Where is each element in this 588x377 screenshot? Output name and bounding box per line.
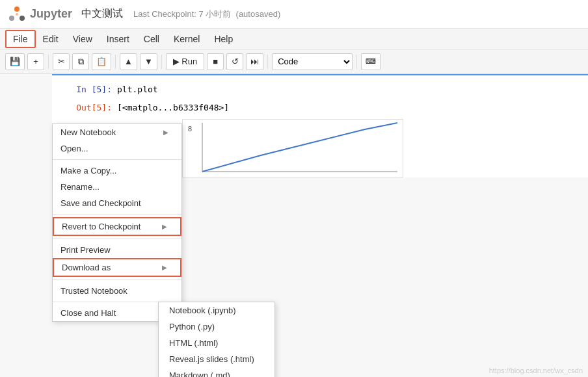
toolbar-separator-5 — [356, 55, 357, 69]
keyboard-shortcuts-button[interactable]: ⌨ — [361, 53, 381, 70]
file-divider-4 — [53, 280, 181, 280]
menu-help[interactable]: Help — [207, 31, 240, 47]
plot-svg: 8 — [183, 120, 403, 177]
toolbar-separator-2 — [115, 55, 116, 69]
menu-save-checkpoint[interactable]: Save and Checkpoint — [53, 195, 181, 211]
menu-revert-checkpoint[interactable]: Revert to Checkpoint ▶ — [53, 217, 181, 236]
jupyter-brand-text: Jupyter — [30, 7, 72, 21]
restart-button[interactable]: ↺ — [226, 53, 243, 70]
download-revealjs[interactable]: Reveal.js slides (.html) — [159, 351, 274, 367]
cut-button[interactable]: ✂ — [53, 53, 70, 70]
add-cell-button[interactable]: + — [27, 53, 44, 70]
plot-area: 8 — [117, 119, 588, 177]
svg-point-0 — [14, 6, 20, 12]
cell-output: [<matplo...b6333f048>] — [117, 101, 588, 114]
plot-container: 8 — [182, 119, 403, 177]
output-cell: Out[5]: [<matplo...b6333f048>] — [52, 99, 588, 117]
menu-new-notebook[interactable]: New Notebook ▶ — [53, 124, 181, 140]
file-divider-1 — [53, 159, 181, 160]
cell-code[interactable]: plt.plot — [117, 83, 588, 96]
paste-button[interactable]: 📋 — [92, 53, 111, 70]
menu-file[interactable]: File — [5, 30, 36, 48]
toolbar-separator-3 — [161, 55, 162, 69]
menu-edit[interactable]: Edit — [36, 31, 66, 47]
menu-print-preview[interactable]: Print Preview — [53, 242, 181, 258]
move-up-button[interactable]: ▲ — [120, 53, 137, 70]
file-dropdown-menu: New Notebook ▶ Open... Make a Copy... Re… — [52, 124, 182, 322]
cell-output-prompt: Out[5]: — [52, 101, 117, 114]
jupyter-logo: Jupyter — [8, 5, 72, 23]
menu-cell[interactable]: Cell — [137, 31, 167, 47]
stop-button[interactable]: ■ — [207, 53, 224, 70]
revert-arrow: ▶ — [162, 223, 167, 230]
menu-insert[interactable]: Insert — [100, 31, 137, 47]
new-notebook-arrow: ▶ — [163, 129, 168, 136]
svg-point-2 — [20, 16, 25, 21]
menu-download-as[interactable]: Download as ▶ — [53, 258, 181, 277]
cell-input-prompt: In [5]: — [52, 83, 117, 96]
menu-view[interactable]: View — [66, 31, 100, 47]
code-cell: In [5]: plt.plot — [52, 81, 588, 99]
main-content: In [5]: plt.plot Out[5]: [<matplo...b633… — [0, 74, 588, 377]
download-py[interactable]: Python (.py) — [159, 318, 274, 335]
menubar: File Edit View Insert Cell Kernel Help — [0, 29, 588, 49]
download-html[interactable]: HTML (.html) — [159, 335, 274, 351]
watermark: https://blog.csdn.net/wx_csdn — [489, 367, 583, 374]
svg-point-3 — [16, 13, 18, 16]
run-button[interactable]: ▶ Run — [166, 53, 204, 70]
menu-make-copy[interactable]: Make a Copy... — [53, 162, 181, 179]
move-down-button[interactable]: ▼ — [140, 53, 157, 70]
menu-trusted-notebook[interactable]: Trusted Notebook — [53, 283, 181, 299]
menu-kernel[interactable]: Kernel — [167, 31, 207, 47]
notebook-title[interactable]: 中文测试 — [81, 7, 123, 21]
toolbar-separator-1 — [48, 55, 49, 69]
toolbar: 💾 + ✂ ⧉ 📋 ▲ ▼ ▶ Run ■ ↺ ⏭ Code Markdown … — [0, 49, 588, 74]
cell-type-select[interactable]: Code Markdown Raw NBConvert Heading — [272, 53, 353, 70]
file-divider-2 — [53, 214, 181, 214]
download-ipynb[interactable]: Notebook (.ipynb) — [159, 302, 274, 318]
download-as-submenu: Notebook (.ipynb) Python (.py) HTML (.ht… — [158, 302, 275, 377]
svg-point-1 — [9, 16, 14, 21]
file-divider-3 — [53, 239, 181, 239]
svg-text:8: 8 — [188, 125, 192, 133]
download-markdown[interactable]: Markdown (.md) — [159, 367, 274, 377]
menu-rename[interactable]: Rename... — [53, 179, 181, 195]
fast-forward-button[interactable]: ⏭ — [246, 53, 263, 70]
jupyter-logo-icon — [8, 5, 26, 23]
copy-button[interactable]: ⧉ — [72, 53, 89, 70]
toolbar-separator-4 — [267, 55, 268, 69]
save-button[interactable]: 💾 — [5, 53, 25, 70]
menu-open[interactable]: Open... — [53, 140, 181, 157]
checkpoint-info: Last Checkpoint: 7 小时前 (autosaved) — [133, 8, 280, 20]
header: Jupyter 中文测试 Last Checkpoint: 7 小时前 (aut… — [0, 0, 588, 29]
download-as-arrow: ▶ — [162, 264, 167, 271]
